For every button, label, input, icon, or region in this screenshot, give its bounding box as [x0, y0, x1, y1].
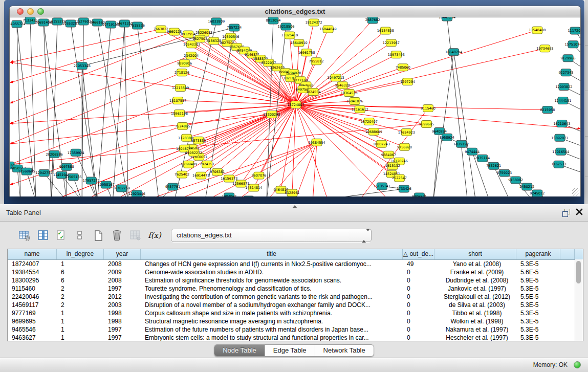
graph-node-label: 1733426	[397, 187, 411, 191]
graph-node-label: 16447294	[439, 17, 455, 19]
table-row[interactable]: 946554611997Estimation of the future num…	[8, 325, 583, 334]
graph-node-label: 10688609	[365, 130, 382, 134]
graph-node-label: 17654923	[398, 130, 415, 135]
graph-edge[interactable]	[447, 17, 468, 196]
table-cell: Wolkin et al. (1998)	[434, 317, 516, 325]
graph-edge[interactable]	[296, 105, 580, 129]
graph-node-label: 25226053	[195, 31, 212, 35]
table-cell: 18300295	[8, 276, 57, 285]
graph-edge[interactable]	[10, 101, 178, 165]
table-row[interactable]: 977716911998Corpus callosum shape and si…	[8, 309, 583, 317]
graph-edge[interactable]	[124, 24, 128, 196]
table-cell: Embryonic stem cells: a model to study s…	[141, 334, 403, 341]
table-cell: 5.5E-5	[516, 293, 560, 301]
graph-edge[interactable]	[10, 73, 182, 144]
table-cell: 0	[403, 325, 434, 334]
table-cell: 5.3E-5	[516, 285, 560, 293]
graph-edge[interactable]	[229, 105, 296, 179]
graph-node-label: 15720407	[361, 120, 378, 124]
column-visibility-icon[interactable]	[37, 229, 49, 242]
graph-node-label: 19218506	[277, 25, 294, 29]
graph-edge[interactable]	[296, 105, 328, 196]
table-panel: Table Panel	[0, 204, 588, 372]
graph-edge[interactable]	[10, 34, 188, 103]
table-cell: 0	[403, 268, 434, 276]
graph-node-label: 12213967	[383, 41, 400, 45]
table-cell: Investigating the contribution of common…	[141, 293, 403, 301]
column-header-short[interactable]: short	[434, 249, 516, 259]
graph-node-label: 11548408	[529, 28, 546, 32]
graph-edge[interactable]	[182, 73, 296, 105]
graph-edge[interactable]	[10, 114, 272, 144]
table-cell: 49	[403, 260, 434, 268]
graph-edge[interactable]	[97, 23, 128, 196]
graph-edge[interactable]	[10, 62, 296, 105]
graph-edge[interactable]	[10, 32, 175, 83]
graph-edge[interactable]	[178, 101, 296, 105]
table-row[interactable]: 1456911722003Disruption of a novel membe…	[8, 301, 583, 309]
network-window-titlebar[interactable]: citations_edges.txt	[10, 6, 580, 17]
network-graph[interactable]: 2405572471334252069140616155276105532871…	[10, 17, 580, 196]
graph-edge[interactable]	[97, 25, 111, 196]
graph-edge[interactable]	[433, 52, 453, 196]
function-builder-button[interactable]: f(x)	[147, 229, 162, 242]
application-window: citations_edges.txt 24055724713342520691…	[0, 0, 588, 372]
graph-node-label: 13325419	[281, 33, 298, 37]
table-row[interactable]: 1938455462009Genome-wide association stu…	[8, 268, 583, 276]
graph-node-label: 8912954	[181, 32, 195, 36]
graph-edge[interactable]	[51, 21, 57, 196]
graph-node[interactable]	[244, 196, 254, 196]
table-selector-value: citations_edges.txt	[177, 229, 232, 242]
column-header-name[interactable]: name	[8, 249, 57, 259]
graph-edge[interactable]	[296, 30, 537, 105]
column-header-title[interactable]: title	[141, 249, 403, 259]
window-resize-grip[interactable]	[572, 188, 579, 195]
table-row[interactable]: 2242004622012Investigating the contribut…	[8, 293, 583, 301]
new-table-icon[interactable]	[92, 229, 104, 242]
table-scrollbar[interactable]	[575, 259, 583, 341]
graph-node-label: 18807243	[373, 142, 390, 146]
dropdown-stepper-icon	[362, 231, 367, 240]
table-cell: 2012	[104, 293, 141, 301]
graph-edge[interactable]	[217, 105, 296, 172]
tab-node-table[interactable]: Node Table	[214, 345, 265, 356]
column-header-filler[interactable]	[560, 249, 575, 259]
graph-edge[interactable]	[281, 105, 296, 190]
table-row[interactable]: 969969511998Structural magnetic resonanc…	[8, 317, 583, 325]
graph-edge[interactable]	[194, 105, 296, 153]
graph-edge[interactable]	[10, 126, 183, 185]
splitter-handle-icon[interactable]	[292, 205, 297, 208]
table-row[interactable]: 1830029562008Estimation of significance …	[8, 276, 583, 285]
graph-edge[interactable]	[313, 142, 317, 196]
table-cell: Corpus callosum shape and size in male p…	[141, 309, 403, 317]
table-row[interactable]: 946362711997Embryonic stem cells: a mode…	[8, 334, 583, 341]
float-panel-icon[interactable]	[562, 209, 571, 216]
column-header-out_de[interactable]: △ out_de...	[403, 249, 434, 259]
row-height-icon[interactable]	[74, 229, 86, 242]
network-canvas[interactable]: 2405572471334252069140616155276105532871…	[10, 17, 580, 196]
table-row[interactable]: 1872400712008Changes of HCN gene express…	[8, 260, 583, 268]
graph-node-label: 17957272	[83, 179, 100, 183]
table-selector-dropdown[interactable]: citations_edges.txt	[171, 229, 372, 242]
network-window[interactable]: citations_edges.txt 24055724713342520691…	[9, 6, 581, 196]
column-header-in_degree[interactable]: in_degree	[57, 249, 104, 259]
graph-edge[interactable]	[199, 105, 296, 157]
delete-table-icon[interactable]	[111, 229, 123, 242]
graph-node-label: 1297294	[400, 80, 415, 84]
table-row[interactable]: 911546021997Tourette syndrome. Phenomeno…	[8, 285, 583, 293]
tab-network-table[interactable]: Network Table	[315, 345, 374, 356]
close-panel-icon[interactable]	[576, 208, 583, 215]
tab-edge-table[interactable]: Edge Table	[265, 345, 315, 356]
graph-edge[interactable]	[187, 105, 296, 138]
import-table-icon[interactable]	[129, 229, 141, 242]
graph-node-label: 8128961	[285, 191, 300, 195]
table-cell: 14569117	[8, 301, 57, 309]
column-header-pagerank[interactable]: pagerank	[516, 249, 560, 259]
column-header-year[interactable]: year	[104, 249, 141, 259]
select-rows-icon[interactable]: ✓ ✓	[55, 229, 68, 242]
table-settings-icon[interactable]	[18, 229, 31, 242]
graph-node-label: 10958167	[98, 183, 115, 187]
graph-edge[interactable]	[292, 105, 296, 193]
scrollbar-thumb[interactable]	[576, 261, 581, 283]
graph-edge[interactable]	[10, 124, 426, 164]
